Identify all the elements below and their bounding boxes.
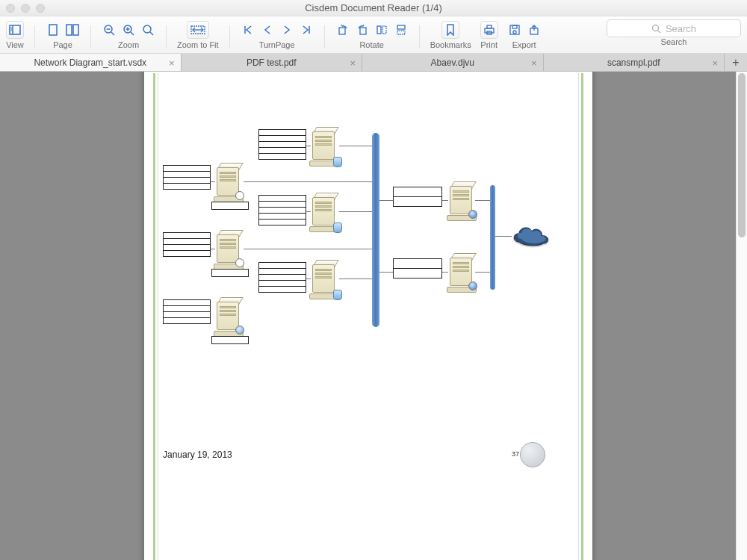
svg-line-9: [111, 32, 114, 35]
database-badge-icon: [333, 290, 342, 300]
diagram-connector: [211, 249, 215, 249]
diagram-connector: [339, 146, 372, 146]
database-badge-icon: [333, 157, 342, 167]
toolbar-group-print: Print: [480, 19, 498, 49]
toolbar-group-turnpage: TurnPage: [241, 19, 314, 49]
document-viewport[interactable]: January 19, 2013 37: [0, 72, 736, 560]
diagram-server-database: [311, 127, 338, 164]
toolbar-separator: [229, 25, 230, 48]
diagram-label-box: [393, 258, 442, 269]
toolbar-group-zoom: Zoom: [102, 19, 155, 49]
flip-v-button[interactable]: [394, 21, 409, 39]
diagram-connector: [306, 211, 311, 212]
magnifier-icon: [142, 24, 154, 36]
diagram-connector: [339, 211, 372, 212]
sidebar-icon: [9, 25, 21, 35]
bookmarks-button[interactable]: [441, 21, 459, 39]
svg-rect-23: [377, 26, 381, 34]
diagram-label-box: [393, 196, 442, 207]
tab-scansmpl[interactable]: scansmpl.pdf ×: [544, 54, 725, 71]
diagram-table: [163, 165, 211, 189]
svg-rect-22: [360, 28, 366, 34]
diagram-label-box: [211, 336, 249, 344]
page-number-badge: 37: [520, 442, 545, 467]
search-input[interactable]: Search: [607, 19, 741, 37]
toolbar-group-zoomfit: Zoom to Fit: [177, 19, 219, 49]
toolbar-separator: [166, 25, 167, 48]
diagram-server-web: [448, 253, 475, 290]
diagram-server-web: [448, 181, 475, 219]
print-button[interactable]: [480, 21, 498, 39]
cloud-icon: [510, 223, 552, 248]
facing-pages-icon: [66, 24, 79, 36]
directory-badge-icon: [235, 258, 244, 267]
last-page-button[interactable]: [299, 21, 314, 39]
tab-network-diagram[interactable]: Network Diagram_start.vsdx ×: [0, 54, 182, 71]
diagram-server-database: [311, 260, 338, 297]
new-tab-button[interactable]: +: [725, 54, 747, 71]
diagram-label-box: [211, 269, 249, 277]
svg-rect-24: [382, 26, 386, 34]
view-sidebar-button[interactable]: [6, 21, 24, 39]
toolbar-group-rotate: Rotate: [335, 19, 409, 49]
globe-badge-icon: [468, 281, 477, 290]
toolbar-label-search: Search: [661, 37, 687, 46]
svg-rect-5: [49, 25, 57, 35]
page-border: January 19, 2013 37: [153, 73, 583, 560]
diagram-label-box: [393, 187, 442, 197]
close-icon[interactable]: ×: [531, 57, 537, 68]
share-icon: [528, 24, 540, 36]
scrollbar-thumb[interactable]: [738, 73, 746, 237]
zoom-in-button[interactable]: [121, 21, 136, 39]
zoom-marquee-button[interactable]: [140, 21, 155, 39]
svg-point-32: [513, 31, 516, 34]
rotate-left-button[interactable]: [335, 21, 350, 39]
zoom-out-button[interactable]: [102, 21, 117, 39]
toolbar-group-bookmarks: Bookmarks: [430, 19, 471, 49]
vertical-scrollbar[interactable]: [736, 72, 747, 560]
flip-h-button[interactable]: [374, 21, 389, 39]
close-icon[interactable]: ×: [350, 57, 356, 68]
diagram-bus-main: [372, 133, 379, 327]
next-page-button[interactable]: [279, 21, 294, 39]
diagram-table: [163, 299, 211, 323]
rotate-right-button[interactable]: [355, 21, 370, 39]
toolbar-separator: [34, 25, 35, 48]
svg-line-16: [150, 32, 153, 35]
last-page-icon: [301, 25, 311, 35]
export-save-button[interactable]: [507, 21, 522, 39]
database-badge-icon: [333, 223, 342, 233]
network-diagram: [155, 73, 581, 560]
tab-label: scansmpl.pdf: [607, 57, 660, 68]
svg-rect-7: [73, 25, 78, 35]
close-icon[interactable]: ×: [169, 57, 175, 68]
tab-pdf-test[interactable]: PDF test.pdf ×: [182, 54, 363, 71]
single-page-icon: [48, 24, 58, 36]
export-share-button[interactable]: [527, 21, 542, 39]
chevron-left-icon: [263, 25, 272, 35]
toolbar-label-export: Export: [512, 40, 536, 49]
first-page-button[interactable]: [241, 21, 255, 39]
bookmark-icon: [445, 24, 456, 36]
titlebar: Cisdem Document Reader (1/4): [0, 0, 747, 16]
diagram-label-box: [211, 202, 249, 210]
svg-rect-26: [397, 31, 405, 34]
prev-page-button[interactable]: [260, 21, 275, 39]
rotate-left-icon: [337, 24, 349, 36]
tab-abaev[interactable]: Abaev.djvu ×: [362, 54, 544, 71]
svg-rect-0: [10, 25, 20, 34]
zoom-fit-button[interactable]: [187, 21, 209, 39]
page-single-button[interactable]: [46, 21, 61, 39]
toolbar: View Page Zoom: [0, 16, 747, 54]
tab-bar: Network Diagram_start.vsdx × PDF test.pd…: [0, 54, 747, 72]
toolbar-group-export: Export: [507, 19, 542, 49]
diagram-connector: [442, 272, 448, 273]
search-icon: [651, 24, 661, 34]
close-icon[interactable]: ×: [712, 57, 718, 68]
svg-line-12: [131, 32, 134, 35]
diagram-connector: [379, 272, 393, 273]
diagram-connector: [475, 200, 490, 201]
diagram-connector: [244, 249, 372, 249]
page-facing-button[interactable]: [65, 21, 80, 39]
zoom-in-icon: [123, 24, 134, 36]
